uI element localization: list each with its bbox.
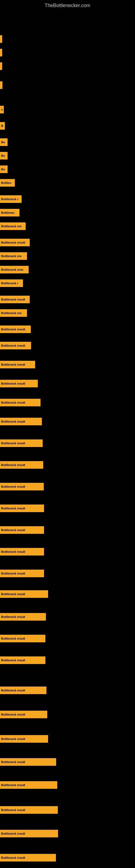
result-bar-23: Bottleneck result [0,399,41,406]
result-bar-27: Bottleneck result [0,483,44,490]
result-bar-36: Bottleneck result [0,686,46,694]
site-title: TheBottlenecker.com [0,0,135,11]
result-bar-22: Bottleneck result [0,380,38,388]
result-bar-43: Bottleneck result [0,854,56,862]
result-bar-6: Bo [0,138,8,146]
result-bar-20: Bottleneck result [0,342,31,349]
result-bar-31: Bottleneck result [0,569,44,577]
result-bar-24: Bottleneck result [0,418,42,425]
result-bar-42: Bottleneck result [0,830,58,837]
result-bar-10: Bottleneck r [0,195,21,203]
result-bar-17: Bottleneck result [0,296,30,303]
result-bar-8: Bo [0,165,8,173]
result-bar-13: Bottleneck result [0,239,30,246]
result-bar-26: Bottleneck result [0,461,43,469]
result-bar-1 [0,49,2,56]
result-bar-37: Bottleneck result [0,711,47,718]
result-bar-30: Bottleneck result [0,548,44,556]
result-bar-40: Bottleneck result [0,781,57,789]
result-bar-14: Bottleneck res [0,252,27,260]
result-bar-34: Bottleneck result [0,635,45,642]
result-bar-25: Bottleneck result [0,439,43,447]
result-bar-12: Bottleneck res [0,222,26,230]
result-bar-7: Bo [0,152,8,159]
result-bar-3 [0,82,2,89]
result-bar-28: Bottleneck result [0,504,44,512]
result-bar-15: Bottleneck resu [0,266,29,273]
result-bar-5: B [0,122,5,130]
result-bar-2 [0,62,2,70]
result-bar-19: Bottleneck result [0,326,31,333]
result-bar-29: Bottleneck result [0,526,44,534]
result-bar-39: Bottleneck result [0,758,56,766]
result-bar-32: Bottleneck result [0,590,48,598]
result-bar-0 [0,35,2,43]
result-bar-21: Bottleneck result [0,361,35,368]
result-bar-18: Bottleneck res [0,309,27,317]
result-bar-33: Bottleneck result [0,613,46,621]
result-bar-4: s [0,106,4,113]
result-bar-35: Bottleneck result [0,656,45,664]
result-bar-41: Bottleneck result [0,806,58,814]
result-bar-11: Bottlenec [0,209,19,216]
result-bar-38: Bottleneck result [0,735,48,743]
result-bar-9: Bottlen [0,179,15,187]
result-bar-16: Bottleneck r [0,279,23,287]
